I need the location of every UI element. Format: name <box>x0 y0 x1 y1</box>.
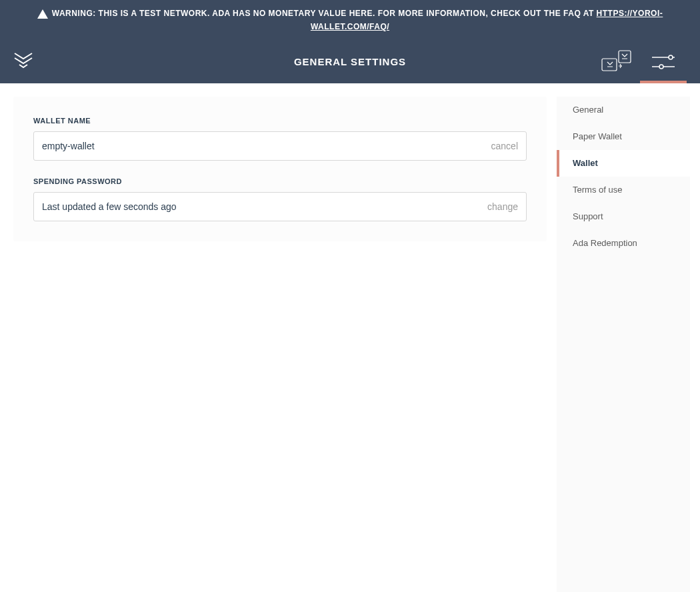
page-title: GENERAL SETTINGS <box>294 56 406 67</box>
content: WALLET NAME cancel SPENDING PASSWORD Las… <box>0 83 700 592</box>
wallet-name-input[interactable] <box>42 132 485 160</box>
svg-rect-0 <box>602 59 617 71</box>
main-panel: WALLET NAME cancel SPENDING PASSWORD Las… <box>0 97 557 592</box>
sidebar-item-label: Support <box>573 211 603 221</box>
sidebar-item-general[interactable]: General <box>557 97 690 123</box>
sidebar-item-label: General <box>573 105 603 115</box>
sidebar-item-label: Paper Wallet <box>573 131 622 141</box>
wallet-name-label: WALLET NAME <box>33 117 527 125</box>
warning-text: WARNING: THIS IS A TEST NETWORK. ADA HAS… <box>52 9 597 18</box>
settings-button[interactable] <box>640 41 687 83</box>
sidebar-item-terms-of-use[interactable]: Terms of use <box>557 177 690 203</box>
sidebar-item-label: Ada Redemption <box>573 238 637 248</box>
sidebar-item-label: Wallet <box>573 158 598 168</box>
sidebar-item-ada-redemption[interactable]: Ada Redemption <box>557 230 690 257</box>
sidebar-item-support[interactable]: Support <box>557 203 690 230</box>
transfer-icon <box>601 49 632 75</box>
header-actions <box>593 41 687 83</box>
sidebar-item-paper-wallet[interactable]: Paper Wallet <box>557 123 690 150</box>
sidebar-item-wallet[interactable]: Wallet <box>557 150 690 177</box>
spending-password-change-button[interactable]: change <box>481 201 518 212</box>
settings-card: WALLET NAME cancel SPENDING PASSWORD Las… <box>13 97 547 241</box>
spending-password-status: Last updated a few seconds ago <box>42 201 481 212</box>
warning-icon <box>37 9 48 19</box>
sliders-icon <box>652 54 675 70</box>
header: GENERAL SETTINGS <box>0 41 700 83</box>
spending-password-field-row: Last updated a few seconds ago change <box>33 192 527 221</box>
wallet-name-cancel-button[interactable]: cancel <box>485 141 518 151</box>
yoroi-logo-icon[interactable] <box>13 51 33 73</box>
svg-point-5 <box>659 65 663 69</box>
spending-password-label: SPENDING PASSWORD <box>33 177 527 185</box>
warning-banner: WARNING: THIS IS A TEST NETWORK. ADA HAS… <box>0 0 700 41</box>
svg-point-3 <box>669 55 673 59</box>
wallet-name-field-row: cancel <box>33 131 527 161</box>
sidebar: General Paper Wallet Wallet Terms of use… <box>557 97 690 592</box>
sidebar-item-label: Terms of use <box>573 185 622 195</box>
daedalus-transfer-button[interactable] <box>593 41 640 83</box>
